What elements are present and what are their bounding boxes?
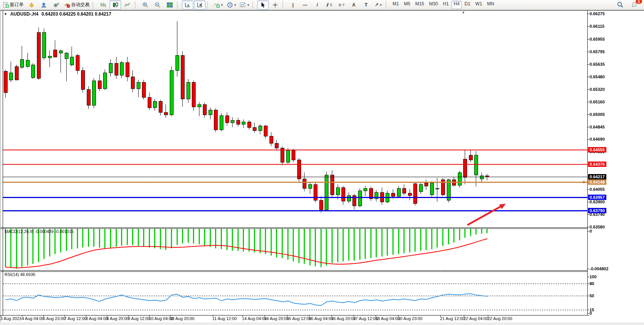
- cursor-button[interactable]: [257, 0, 269, 10]
- styler-icon: [29, 2, 35, 8]
- price-axis-tick: 0.64845: [590, 125, 605, 129]
- crosshair-button[interactable]: [269, 0, 281, 10]
- timeframe-button-m5[interactable]: M5: [402, 1, 413, 9]
- timeframe-button-m1[interactable]: M1: [391, 1, 402, 9]
- autotrading-button[interactable]: 自动交易: [62, 0, 91, 10]
- signals-icon: [53, 2, 59, 8]
- price-axis-tick: 0.65635: [590, 62, 605, 67]
- arrows-tool-icon: ↗: [375, 3, 378, 7]
- toolbar-grip: [282, 2, 286, 8]
- trendline-tool-button[interactable]: /: [312, 0, 323, 10]
- line-chart-icon: [124, 2, 131, 8]
- time-axis-label: 9 Aug 12:00: [128, 316, 150, 321]
- time-axis-label: 14 Aug 04:00: [242, 316, 267, 321]
- price-line-badge: 0.64555: [588, 147, 606, 152]
- tile-windows-icon: [167, 2, 173, 8]
- price-axis-tick: 0.63900: [590, 200, 605, 204]
- zoom-out-button[interactable]: [152, 0, 163, 10]
- new-order-icon: [3, 2, 9, 8]
- main-toolbar: 新订单 自动交易: [0, 0, 644, 10]
- time-axis-label: 16 Aug 04:00: [309, 316, 333, 321]
- chart-shift-icon: [197, 2, 203, 8]
- fibonacci-suffix: F: [343, 3, 345, 7]
- price-line-badge: 0.64148: [588, 179, 606, 185]
- timeframe-button-w1[interactable]: W1: [473, 1, 485, 9]
- label-tool-icon: T: [365, 3, 367, 7]
- notification-badge: 1: [636, 0, 642, 4]
- timeframe-button-d1[interactable]: D1: [462, 1, 472, 9]
- community-button[interactable]: [38, 0, 49, 10]
- new-order-label: 新订单: [10, 2, 24, 8]
- crosshair-icon: [272, 2, 278, 8]
- toolbar-grip: [135, 2, 138, 8]
- time-axis-label: 15 Aug 12:00: [287, 316, 311, 321]
- autotrading-icon: [64, 2, 70, 8]
- macd-axis-min: -0.004802: [590, 266, 609, 271]
- price-line-badge: 0.64376: [588, 162, 606, 167]
- chart-shift-marker-icon[interactable]: ▼: [462, 11, 465, 14]
- new-order-button[interactable]: 新订单: [2, 0, 25, 10]
- hline-icon: —: [303, 3, 308, 7]
- text-tool-button[interactable]: A: [348, 0, 360, 10]
- timeframe-button-h4[interactable]: H4: [451, 1, 462, 9]
- autoscroll-button[interactable]: [182, 0, 193, 10]
- indicators-button[interactable]: ▾: [212, 0, 225, 10]
- search-icon: [617, 2, 623, 8]
- time-axis-label: 21 Aug 12:00: [440, 316, 465, 321]
- title-collapse-icon[interactable]: ▼: [4, 12, 7, 16]
- price-axis-tick: 0.66275: [590, 11, 605, 16]
- price-axis-tick: 0.64055: [590, 187, 605, 192]
- rsi-axis-tick: 50: [590, 293, 594, 298]
- time-axis-label: 6 Aug 23:00: [43, 316, 65, 321]
- dropdown-icon: ▾: [380, 3, 382, 7]
- fibonacci-tool-button[interactable]: ≡F: [336, 0, 348, 10]
- macd-axis-zero: 0: [590, 229, 592, 233]
- time-axis-label: 14 Aug 20:00: [264, 316, 289, 321]
- templates-button[interactable]: ▾: [238, 0, 251, 10]
- price-axis-tick: 0.65320: [590, 87, 605, 92]
- time-axis-label: 22 Aug 04:00: [464, 316, 488, 321]
- time-axis-label: 11 Aug 12:00: [212, 316, 237, 321]
- rsi-axis-tick: 100: [590, 274, 596, 279]
- time-axis-label: 3 Aug 2023: [0, 316, 22, 321]
- time-axis-label: 18 Aug 04:00: [375, 316, 400, 321]
- price-axis-tick: 0.64690: [590, 137, 605, 141]
- zoom-in-icon: [142, 2, 148, 8]
- label-tool-button[interactable]: T: [360, 0, 372, 10]
- fibonacci-icon: ≡: [338, 3, 341, 7]
- line-chart-button[interactable]: [122, 0, 133, 10]
- styler-button[interactable]: [26, 0, 37, 10]
- zoom-in-button[interactable]: [140, 0, 151, 10]
- templates-icon: [240, 2, 246, 8]
- time-axis-label: 22 Aug 20:00: [488, 316, 512, 321]
- time-axis-label: 10 Aug 20:00: [170, 316, 194, 321]
- mt4-window: { "toolbar": { "new_order_label": "新订单",…: [0, 0, 644, 325]
- tile-windows-button[interactable]: [164, 0, 175, 10]
- signals-button[interactable]: [50, 0, 62, 10]
- periods-button[interactable]: ▾: [225, 0, 238, 10]
- vline-tool-button[interactable]: |: [287, 0, 299, 10]
- timeframe-button-m15[interactable]: M15: [413, 1, 426, 9]
- timeframe-button-mn[interactable]: MN: [485, 1, 497, 9]
- timeframe-button-m30[interactable]: M30: [427, 1, 440, 9]
- bar-chart-button[interactable]: [97, 0, 109, 10]
- timeframe-group: M1M5M15M30H1H4D1W1MN: [391, 1, 497, 9]
- bar-chart-icon: [100, 2, 106, 8]
- chart-canvas[interactable]: [0, 0, 644, 325]
- toolbar-grip: [177, 2, 180, 8]
- candle-chart-button[interactable]: [110, 0, 121, 10]
- hline-tool-button[interactable]: —: [300, 0, 311, 10]
- channel-icon: ⫽: [327, 3, 328, 7]
- arrows-tool-button[interactable]: ↗▾: [373, 0, 384, 10]
- time-axis-label: 17 Aug 12:00: [353, 316, 378, 321]
- toolbar-right: 1: [614, 0, 642, 10]
- chart-shift-button[interactable]: [194, 0, 206, 10]
- community-icon: [41, 2, 47, 8]
- timeframe-button-h1[interactable]: H1: [441, 1, 451, 9]
- rsi-axis-tick: 0: [590, 311, 592, 315]
- channel-tool-button[interactable]: ⫽E: [324, 0, 335, 10]
- chat-button[interactable]: 1: [629, 0, 640, 10]
- time-axis-label: 7 Aug 12:00: [64, 316, 87, 321]
- search-button[interactable]: [614, 0, 626, 10]
- price-axis-tick: 0.65955: [590, 37, 605, 41]
